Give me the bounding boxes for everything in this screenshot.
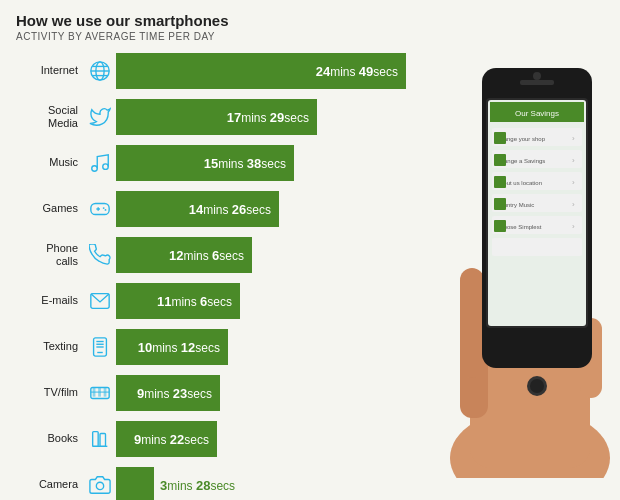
svg-rect-23 (93, 392, 96, 397)
bar-value: 24mins 49secs (316, 64, 398, 79)
bar-icon (84, 244, 116, 266)
bar: 9mins 23secs (116, 375, 220, 411)
svg-text:›: › (572, 200, 575, 209)
svg-point-41 (533, 72, 541, 80)
bar-label: Texting (16, 340, 84, 353)
svg-rect-21 (98, 388, 101, 393)
svg-rect-24 (98, 392, 101, 397)
svg-rect-26 (93, 432, 99, 447)
svg-text:›: › (572, 156, 575, 165)
bar-label: Camera (16, 478, 84, 491)
bar-value: 17mins 29secs (227, 110, 309, 125)
bar-icon (84, 382, 116, 404)
bar-icon (84, 428, 116, 450)
main-title: How we use our smartphones (16, 12, 604, 29)
bar-label: Games (16, 202, 84, 215)
bar-value: 12mins 6secs (169, 248, 244, 263)
svg-rect-25 (104, 392, 107, 397)
phone-image: Our Savings Change your shop Arrange a S… (440, 38, 620, 478)
svg-rect-62 (494, 176, 506, 188)
svg-rect-33 (460, 268, 484, 378)
bar: 17mins 29secs (116, 99, 317, 135)
bar-label: Phonecalls (16, 242, 84, 268)
svg-rect-22 (104, 388, 107, 393)
bar-label: E-mails (16, 294, 84, 307)
svg-rect-63 (494, 198, 506, 210)
bar-label: Music (16, 156, 84, 169)
svg-rect-20 (93, 388, 96, 393)
bar-label: TV/film (16, 386, 84, 399)
svg-rect-61 (494, 154, 506, 166)
bar: 14mins 26secs (116, 191, 279, 227)
bar-icon (84, 152, 116, 174)
bar: 11mins 6secs (116, 283, 240, 319)
bar-value: 14mins 26secs (189, 202, 271, 217)
bar: 3mins 28secs (116, 467, 154, 500)
svg-point-10 (103, 207, 105, 209)
bar-icon (84, 290, 116, 312)
bar-value: 3mins 28secs (160, 478, 235, 493)
bar: 15mins 38secs (116, 145, 294, 181)
svg-rect-64 (494, 220, 506, 232)
bar: 9mins 22secs (116, 421, 217, 457)
bar-value: 9mins 22secs (134, 432, 209, 447)
svg-text:›: › (572, 178, 575, 187)
svg-point-6 (103, 164, 109, 170)
bar-label: Books (16, 432, 84, 445)
bar-icon (84, 106, 116, 128)
svg-rect-27 (100, 434, 106, 447)
bar-label: SocialMedia (16, 104, 84, 130)
bar-value: 15mins 38secs (204, 156, 286, 171)
svg-point-40 (530, 379, 544, 393)
bar-value: 9mins 23secs (137, 386, 212, 401)
svg-text:›: › (572, 222, 575, 231)
bar: 24mins 49secs (116, 53, 406, 89)
bar-icon (84, 474, 116, 496)
svg-text:›: › (572, 134, 575, 143)
svg-rect-49 (492, 238, 582, 256)
svg-point-5 (92, 166, 98, 172)
bar-icon (84, 198, 116, 220)
bar-icon (84, 336, 116, 358)
bar-value: 11mins 6secs (157, 294, 232, 309)
svg-text:Our Savings: Our Savings (515, 109, 559, 118)
bar: 12mins 6secs (116, 237, 252, 273)
svg-rect-60 (494, 132, 506, 144)
svg-point-29 (96, 482, 103, 489)
bar: 10mins 12secs (116, 329, 228, 365)
bar-icon (84, 60, 116, 82)
bar-label: Internet (16, 64, 84, 77)
bar-value: 10mins 12secs (138, 340, 220, 355)
chart-container: How we use our smartphones ACTIVITY BY A… (0, 0, 620, 500)
svg-point-11 (105, 209, 107, 211)
svg-rect-38 (520, 80, 554, 85)
